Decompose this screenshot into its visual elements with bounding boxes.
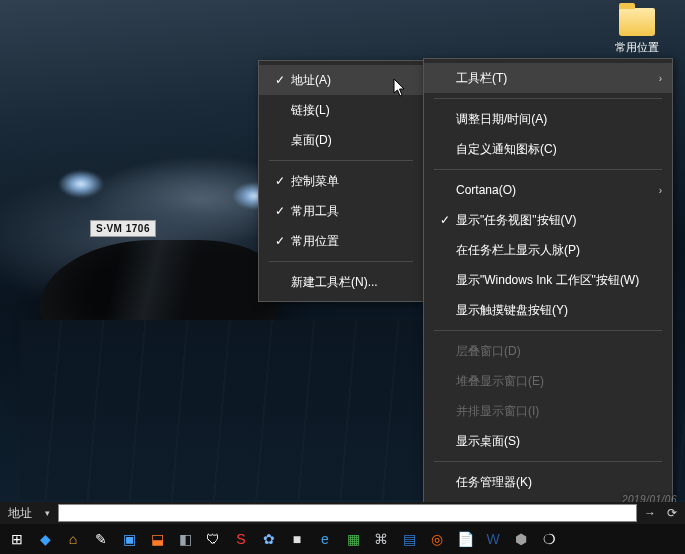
app-icon-14[interactable]: ▤ (396, 526, 422, 552)
menu-item[interactable]: 任务管理器(K) (424, 467, 672, 497)
menu-item[interactable]: 新建工具栏(N)... (259, 267, 423, 297)
menu-item: 堆叠显示窗口(E) (424, 366, 672, 396)
menu-item-label: 控制菜单 (291, 173, 395, 190)
menu-separator (434, 98, 662, 99)
menu-item-label: 新建工具栏(N)... (291, 274, 395, 291)
taskbar-context-menu: 工具栏(T)›调整日期/时间(A)自定义通知图标(C)Cortana(O)›✓显… (423, 58, 673, 554)
menu-item-label: Cortana(O) (456, 183, 644, 197)
menu-item[interactable]: 在任务栏上显示人脉(P) (424, 235, 672, 265)
menu-item: 层叠窗口(D) (424, 336, 672, 366)
menu-item-label: 在任务栏上显示人脉(P) (456, 242, 644, 259)
app-icon-13[interactable]: ⌘ (368, 526, 394, 552)
address-input[interactable] (58, 504, 637, 522)
menu-separator (434, 330, 662, 331)
menu-item-label: 常用工具 (291, 203, 395, 220)
check-icon: ✓ (269, 174, 291, 188)
check-icon: ✓ (269, 204, 291, 218)
app-icon-19[interactable]: ❍ (536, 526, 562, 552)
desktop-folder-label: 常用位置 (615, 40, 659, 55)
menu-item-label: 工具栏(T) (456, 70, 644, 87)
folder-icon (619, 8, 655, 36)
menu-item-label: 地址(A) (291, 72, 395, 89)
app-icon-12[interactable]: ▦ (340, 526, 366, 552)
app-icon-1[interactable]: ◆ (32, 526, 58, 552)
toolbars-submenu: ✓地址(A)链接(L)桌面(D)✓控制菜单✓常用工具✓常用位置新建工具栏(N).… (258, 60, 424, 302)
taskbar: ⊞◆⌂✎▣⬓◧🛡S✿■e▦⌘▤◎📄W⬢❍ (0, 524, 685, 554)
app-icon-2[interactable]: ⌂ (60, 526, 86, 552)
menu-item-label: 调整日期/时间(A) (456, 111, 644, 128)
refresh-icon[interactable]: ⟳ (663, 504, 681, 522)
app-icon-18[interactable]: ⬢ (508, 526, 534, 552)
address-dropdown-icon[interactable]: ▾ (40, 508, 54, 518)
app-icon-15[interactable]: ◎ (424, 526, 450, 552)
menu-item[interactable]: ✓地址(A) (259, 65, 423, 95)
menu-item: 并排显示窗口(I) (424, 396, 672, 426)
menu-separator (269, 261, 413, 262)
menu-separator (269, 160, 413, 161)
check-icon: ✓ (269, 234, 291, 248)
menu-separator (434, 169, 662, 170)
app-icon-11[interactable]: e (312, 526, 338, 552)
menu-item-label: 任务管理器(K) (456, 474, 644, 491)
submenu-arrow-icon: › (659, 73, 662, 84)
app-icon-17[interactable]: W (480, 526, 506, 552)
menu-item-label: 自定义通知图标(C) (456, 141, 644, 158)
menu-item[interactable]: ✓控制菜单 (259, 166, 423, 196)
menu-item-label: 显示"Windows Ink 工作区"按钮(W) (456, 272, 644, 289)
menu-item[interactable]: ✓常用工具 (259, 196, 423, 226)
address-label: 地址 (4, 505, 36, 522)
menu-item-label: 常用位置 (291, 233, 395, 250)
menu-item-label: 显示桌面(S) (456, 433, 644, 450)
menu-item[interactable]: ✓常用位置 (259, 226, 423, 256)
app-icon-4[interactable]: ▣ (116, 526, 142, 552)
wallpaper-detail (58, 170, 104, 198)
app-icon-6[interactable]: ◧ (172, 526, 198, 552)
menu-item[interactable]: 桌面(D) (259, 125, 423, 155)
menu-item-label: 并排显示窗口(I) (456, 403, 644, 420)
menu-item[interactable]: 链接(L) (259, 95, 423, 125)
app-icon-7[interactable]: 🛡 (200, 526, 226, 552)
check-icon: ✓ (434, 213, 456, 227)
app-icon-10[interactable]: ■ (284, 526, 310, 552)
menu-item-label: 堆叠显示窗口(E) (456, 373, 644, 390)
menu-item[interactable]: 工具栏(T)› (424, 63, 672, 93)
menu-item[interactable]: 显示桌面(S) (424, 426, 672, 456)
desktop-folder[interactable]: 常用位置 (615, 8, 659, 55)
menu-item-label: 显示"任务视图"按钮(V) (456, 212, 644, 229)
menu-item[interactable]: 显示"Windows Ink 工作区"按钮(W) (424, 265, 672, 295)
menu-item[interactable]: 显示触摸键盘按钮(Y) (424, 295, 672, 325)
go-icon[interactable]: → (641, 504, 659, 522)
menu-item[interactable]: ✓显示"任务视图"按钮(V) (424, 205, 672, 235)
submenu-arrow-icon: › (659, 185, 662, 196)
menu-item[interactable]: 调整日期/时间(A) (424, 104, 672, 134)
wallpaper-license-plate: S·VM 1706 (90, 220, 156, 237)
menu-item-label: 层叠窗口(D) (456, 343, 644, 360)
menu-item-label: 链接(L) (291, 102, 395, 119)
address-toolbar: 地址 ▾ → ⟳ (0, 502, 685, 524)
app-icon-3[interactable]: ✎ (88, 526, 114, 552)
app-icon-8[interactable]: S (228, 526, 254, 552)
start-icon[interactable]: ⊞ (4, 526, 30, 552)
menu-item-label: 桌面(D) (291, 132, 395, 149)
app-icon-16[interactable]: 📄 (452, 526, 478, 552)
app-icon-5[interactable]: ⬓ (144, 526, 170, 552)
menu-item[interactable]: 自定义通知图标(C) (424, 134, 672, 164)
check-icon: ✓ (269, 73, 291, 87)
menu-item[interactable]: Cortana(O)› (424, 175, 672, 205)
menu-separator (434, 461, 662, 462)
app-icon-9[interactable]: ✿ (256, 526, 282, 552)
menu-item-label: 显示触摸键盘按钮(Y) (456, 302, 644, 319)
